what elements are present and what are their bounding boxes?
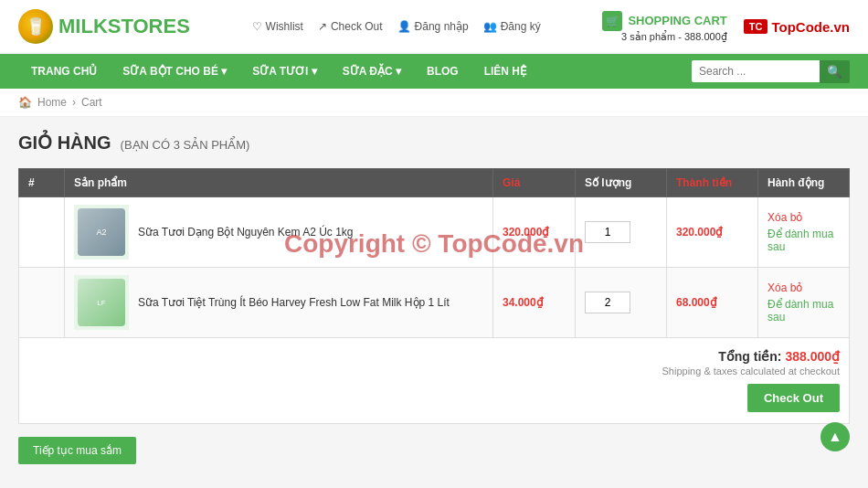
col-price: Giá	[493, 169, 576, 197]
topcode-icon: TC	[744, 19, 768, 34]
home-icon: 🏠	[18, 96, 32, 109]
row1-price: 320.000₫	[493, 197, 576, 268]
search-input[interactable]	[692, 60, 820, 82]
row2-total: 68.000₫	[667, 268, 758, 338]
save-btn-1[interactable]: Để dành mua sau	[767, 228, 840, 253]
row2-price: 34.000₫	[493, 268, 576, 338]
total-area: Tổng tiền: 388.000₫ Shipping & taxes cal…	[18, 338, 850, 424]
breadcrumb-home[interactable]: Home	[37, 96, 67, 109]
cart-table: # Sản phẩm Giá Số lượng Thành tiền Hành …	[18, 168, 850, 338]
cart-subtitle: (BẠN CÓ 3 SẢN PHẨM)	[121, 138, 250, 152]
checkout-label: Check Out	[331, 20, 383, 33]
nav-item-blog[interactable]: BLOG	[414, 54, 471, 89]
main-content: GIỎ HÀNG (BẠN CÓ 3 SẢN PHẨM) # Sản phẩm …	[0, 117, 868, 483]
logo-text: MILKSTORES	[58, 15, 190, 38]
login-label: Đăng nhập	[415, 20, 469, 33]
back-to-top-button[interactable]: ▲	[820, 422, 850, 451]
row2-qty-cell	[576, 268, 667, 338]
checkout-link[interactable]: ↗ Check Out	[318, 20, 383, 33]
logo: 🥛 MILKSTORES	[18, 9, 190, 44]
total-line: Tổng tiền: 388.000₫	[28, 349, 840, 364]
register-label: Đăng ký	[501, 20, 541, 33]
save-btn-2[interactable]: Để dành mua sau	[767, 298, 840, 324]
nav-item-formula[interactable]: SỮA BỘT CHO BÉ ▾	[110, 54, 239, 89]
product-image-1: A2	[74, 205, 129, 260]
continue-button[interactable]: Tiếp tục mua sắm	[18, 437, 136, 464]
cart-title-main: GIỎ HÀNG	[18, 132, 111, 154]
delete-btn-1[interactable]: Xóa bỏ	[767, 211, 840, 224]
cart-count: 3 sản phẩm - 388.000₫	[602, 31, 726, 43]
wishlist-link[interactable]: ♡ Wishlist	[252, 20, 303, 33]
product-name-2: Sữa Tươi Tiệt Trùng Ít Béo Harvey Fresh …	[138, 296, 450, 309]
header-links: ♡ Wishlist ↗ Check Out 👤 Đăng nhập 👥 Đăn…	[252, 20, 541, 33]
qty-input-1[interactable]	[585, 221, 630, 243]
total-label: Tổng tiền:	[718, 349, 781, 364]
nav-links: TRANG CHỦ SỮA BỘT CHO BÉ ▾ SỮA TƯƠI ▾ SỮ…	[18, 54, 540, 89]
product-name-1: Sữa Tươi Dạng Bột Nguyên Kem A2 Úc 1kg	[138, 226, 354, 239]
cart-title: 🛒 SHOPPING CART	[602, 11, 726, 31]
nav-item-special[interactable]: SỮA ĐẶC ▾	[330, 54, 414, 89]
logo-stores: STORES	[108, 15, 190, 37]
nav-item-contact[interactable]: LIÊN HỆ	[471, 54, 540, 89]
row2-id	[19, 268, 65, 338]
cart-heading: GIỎ HÀNG (BẠN CÓ 3 SẢN PHẨM)	[18, 132, 850, 154]
cart-title-label: SHOPPING CART	[628, 14, 726, 27]
login-icon: 👤	[397, 20, 411, 33]
nav-item-fresh[interactable]: SỮA TƯƠI ▾	[239, 54, 330, 89]
qty-input-2[interactable]	[585, 292, 630, 313]
col-product: Sản phẩm	[65, 169, 493, 197]
logo-milk: MILK	[58, 15, 108, 37]
product-image-2: LF	[74, 275, 129, 330]
checkout-button[interactable]: Check Out	[747, 384, 840, 412]
cart-info: 🛒 SHOPPING CART 3 sản phẩm - 388.000₫	[602, 11, 726, 43]
table-header-row: # Sản phẩm Giá Số lượng Thành tiền Hành …	[19, 169, 850, 197]
table-row: A2 Sữa Tươi Dạng Bột Nguyên Kem A2 Úc 1k…	[19, 197, 850, 268]
heart-icon: ♡	[252, 20, 262, 33]
row1-total: 320.000₫	[667, 197, 758, 268]
logo-icon: 🥛	[18, 9, 53, 44]
table-row: LF Sữa Tươi Tiệt Trùng Ít Béo Harvey Fre…	[19, 268, 850, 338]
cart-area: 🛒 SHOPPING CART 3 sản phẩm - 388.000₫ TC…	[602, 11, 850, 43]
login-link[interactable]: 👤 Đăng nhập	[397, 20, 469, 33]
topcode-branding: TC TopCode.vn	[736, 19, 850, 35]
breadcrumb: 🏠 Home › Cart	[0, 89, 868, 117]
delete-btn-2[interactable]: Xóa bỏ	[767, 281, 840, 294]
col-total: Thành tiền	[667, 169, 758, 197]
search-area: 🔍	[692, 60, 850, 83]
register-link[interactable]: 👥 Đăng ký	[483, 20, 541, 33]
topcode-label: TopCode.vn	[771, 19, 850, 35]
wishlist-label: Wishlist	[266, 20, 303, 33]
breadcrumb-current: Cart	[81, 96, 102, 109]
row1-id	[19, 197, 65, 268]
checkout-icon: ↗	[318, 20, 327, 33]
col-qty: Số lượng	[576, 169, 667, 197]
register-icon: 👥	[483, 20, 497, 33]
total-amount: 388.000₫	[785, 349, 840, 364]
row1-action: Xóa bỏ Để dành mua sau	[758, 197, 850, 268]
header: 🥛 MILKSTORES ♡ Wishlist ↗ Check Out 👤 Đă…	[0, 0, 868, 54]
row2-action: Xóa bỏ Để dành mua sau	[758, 268, 850, 338]
row1-product: A2 Sữa Tươi Dạng Bột Nguyên Kem A2 Úc 1k…	[65, 197, 493, 268]
cart-icon: 🛒	[602, 11, 622, 31]
col-action: Hành động	[758, 169, 850, 197]
breadcrumb-separator: ›	[72, 96, 76, 109]
shipping-note: Shipping & taxes calculated at checkout	[28, 366, 840, 377]
nav-item-home[interactable]: TRANG CHỦ	[18, 54, 110, 89]
col-hash: #	[19, 169, 65, 197]
row1-qty-cell	[576, 197, 667, 268]
search-button[interactable]: 🔍	[820, 60, 850, 83]
main-nav: TRANG CHỦ SỮA BỘT CHO BÉ ▾ SỮA TƯƠI ▾ SỮ…	[0, 54, 868, 89]
row2-product: LF Sữa Tươi Tiệt Trùng Ít Béo Harvey Fre…	[65, 268, 493, 338]
